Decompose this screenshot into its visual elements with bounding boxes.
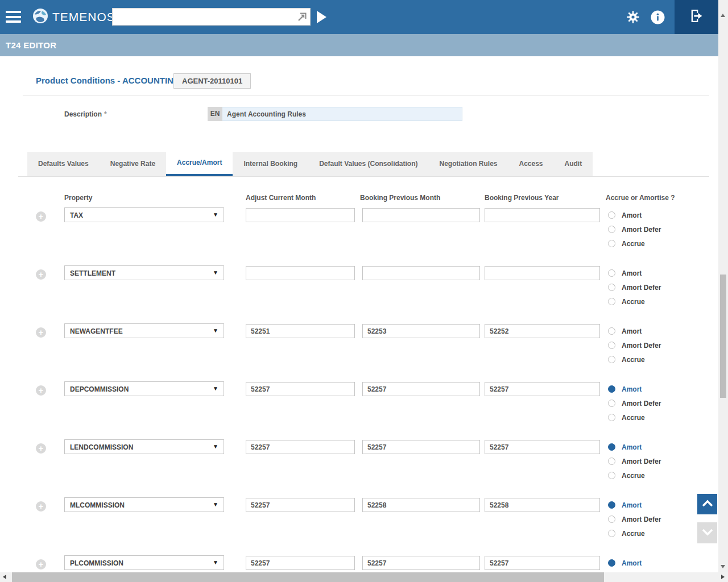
add-row-button[interactable]: + [36, 559, 46, 569]
hamburger-menu-icon[interactable] [6, 11, 21, 23]
hamburger-bar [6, 16, 21, 18]
globe-logo-icon [32, 8, 48, 26]
booking-previous-year-input[interactable] [485, 440, 600, 454]
adjust-current-month-input[interactable] [246, 266, 355, 280]
radio-circle-icon[interactable] [608, 269, 615, 277]
radio-circle-icon[interactable] [608, 385, 615, 393]
scrollbar-left-arrow-icon[interactable] [3, 575, 6, 579]
radio-option-label: Amort [622, 501, 642, 509]
radio-option-label: Amort [622, 443, 642, 451]
radio-circle-icon[interactable] [608, 443, 615, 451]
property-dropdown[interactable]: TAX ▼ [64, 207, 224, 222]
goto-arrow-icon[interactable] [296, 11, 308, 25]
search-input[interactable] [113, 9, 295, 25]
radio-option-label: Accrue [622, 356, 645, 364]
property-dropdown[interactable]: PLCOMMISSION ▼ [64, 555, 224, 570]
table-row: + DEPCOMMISSION ▼ AmortAmort DeferAccrue [0, 381, 718, 439]
horizontal-scrollbar[interactable] [0, 572, 728, 582]
vertical-scrollbar[interactable] [718, 0, 728, 572]
radio-circle-icon[interactable] [608, 501, 615, 509]
radio-circle-icon[interactable] [608, 559, 615, 567]
radio-circle-icon[interactable] [608, 356, 615, 363]
radio-circle-icon[interactable] [608, 414, 615, 421]
plus-icon: + [36, 559, 46, 569]
radio-circle-icon[interactable] [608, 530, 615, 537]
gear-icon[interactable] [626, 10, 640, 24]
caret-down-icon: ▼ [213, 501, 218, 508]
adjust-current-month-input[interactable] [246, 440, 355, 454]
property-value: MLCOMMISSION [70, 501, 125, 509]
table-row: + LENDCOMMISSION ▼ AmortAmort DeferAccru… [0, 439, 718, 497]
horizontal-scrollbar-thumb[interactable] [12, 572, 604, 582]
info-icon[interactable] [651, 10, 665, 25]
booking-previous-month-input[interactable] [362, 382, 480, 396]
plus-icon: + [36, 443, 46, 453]
scrollbar-right-arrow-icon[interactable] [721, 575, 725, 579]
booking-previous-month-input[interactable] [362, 556, 480, 570]
radio-circle-icon[interactable] [608, 226, 615, 233]
radio-circle-icon[interactable] [608, 284, 615, 291]
radio-option-label: Amort Defer [622, 400, 661, 408]
radio-option-label: Amort [622, 559, 642, 567]
radio-circle-icon[interactable] [608, 298, 615, 305]
radio-option-label: Accrue [622, 472, 645, 480]
vertical-scrollbar-thumb[interactable] [720, 275, 726, 398]
radio-circle-icon[interactable] [608, 472, 615, 479]
adjust-current-month-input[interactable] [246, 498, 355, 512]
booking-previous-year-input[interactable] [485, 556, 600, 570]
property-dropdown[interactable]: MLCOMMISSION ▼ [64, 497, 224, 512]
plus-icon: + [36, 385, 46, 395]
scrollbar-down-arrow-icon[interactable] [721, 565, 725, 568]
radio-option-label: Amort Defer [622, 226, 661, 234]
play-icon[interactable] [317, 11, 326, 23]
hamburger-bar [6, 20, 21, 23]
booking-previous-year-input[interactable] [485, 498, 600, 512]
sign-out-button[interactable] [675, 0, 718, 34]
scrollbar-up-arrow-icon[interactable] [721, 14, 725, 17]
adjust-current-month-input[interactable] [246, 208, 355, 222]
add-row-button[interactable]: + [36, 385, 46, 396]
booking-previous-year-input[interactable] [485, 208, 600, 222]
caret-down-icon: ▼ [213, 211, 218, 218]
adjust-current-month-input[interactable] [246, 556, 355, 570]
command-search-box [112, 8, 311, 26]
property-value: NEWAGENTFEE [70, 327, 123, 335]
adjust-current-month-input[interactable] [246, 324, 355, 338]
booking-previous-month-input[interactable] [362, 208, 480, 222]
booking-previous-year-input[interactable] [485, 382, 600, 396]
scroll-down-button[interactable] [697, 522, 717, 543]
radio-circle-icon[interactable] [608, 342, 615, 349]
property-dropdown[interactable]: LENDCOMMISSION ▼ [64, 439, 224, 454]
add-row-button[interactable]: + [36, 211, 46, 222]
radio-circle-icon[interactable] [608, 458, 615, 465]
adjust-current-month-input[interactable] [246, 382, 355, 396]
add-row-button[interactable]: + [36, 443, 46, 454]
brand-logo: TEMENOS [32, 9, 115, 25]
caret-down-icon: ▼ [213, 385, 218, 392]
add-row-button[interactable]: + [36, 327, 46, 338]
radio-option-label: Accrue [622, 240, 645, 248]
property-dropdown[interactable]: NEWAGENTFEE ▼ [64, 323, 224, 338]
booking-previous-month-input[interactable] [362, 266, 480, 280]
add-row-button[interactable]: + [36, 501, 46, 512]
radio-circle-icon[interactable] [608, 516, 615, 523]
radio-circle-icon[interactable] [608, 400, 615, 407]
booking-previous-month-input[interactable] [362, 440, 480, 454]
booking-previous-month-input[interactable] [362, 498, 480, 512]
table-row: + NEWAGENTFEE ▼ AmortAmort DeferAccrue [0, 323, 718, 381]
radio-circle-icon[interactable] [608, 240, 615, 247]
radio-option-label: Accrue [622, 414, 645, 422]
radio-circle-icon[interactable] [608, 211, 615, 219]
radio-option-label: Amort [622, 385, 642, 393]
add-row-button[interactable]: + [36, 269, 46, 280]
booking-previous-year-input[interactable] [485, 266, 600, 280]
property-value: LENDCOMMISSION [70, 443, 133, 451]
booking-previous-month-input[interactable] [362, 324, 480, 338]
property-dropdown[interactable]: DEPCOMMISSION ▼ [64, 381, 224, 396]
radio-circle-icon[interactable] [608, 327, 615, 335]
radio-option-label: Amort Defer [622, 342, 661, 350]
property-value: SETTLEMENT [70, 269, 115, 277]
property-dropdown[interactable]: SETTLEMENT ▼ [64, 265, 224, 280]
scroll-to-top-button[interactable] [697, 494, 717, 514]
booking-previous-year-input[interactable] [485, 324, 600, 338]
